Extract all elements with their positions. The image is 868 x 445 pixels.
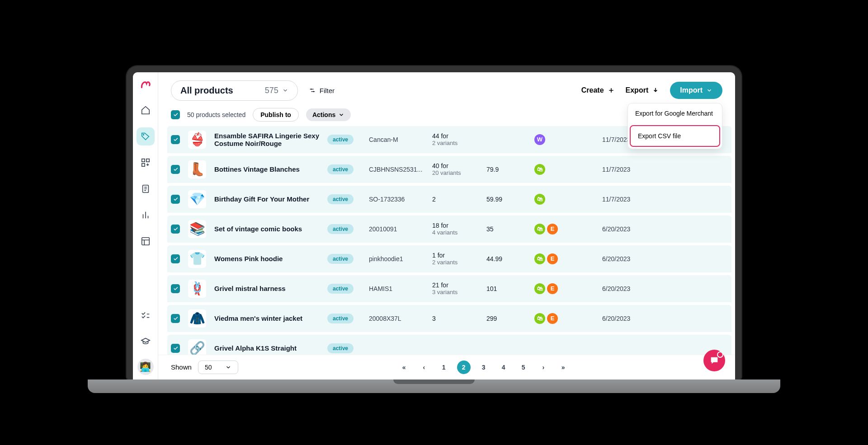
row-checkbox[interactable] [171,195,180,204]
export-button[interactable]: Export [626,86,660,94]
select-all-checkbox[interactable] [171,110,180,119]
product-name: Bottines Vintage Blanches [214,165,323,173]
publish-to-button[interactable]: Publish to [253,108,299,122]
filter-icon [309,87,316,94]
product-sku: CJBHNSNS2531... [369,166,428,173]
export-google-merchant[interactable]: Export for Google Merchant [628,103,722,123]
products-dropdown[interactable]: All products 575 [171,80,298,101]
chevron-down-icon [225,364,231,370]
export-menu: Export for Google Merchant Export CSV fi… [627,103,722,149]
row-checkbox[interactable] [171,314,180,323]
channel-badge: E [547,224,558,234]
product-channels: 🛍E [534,224,598,234]
product-price: 101 [486,285,530,292]
product-date: 6/20/2023 [602,285,647,292]
prev-page-button[interactable]: ‹ [417,361,431,374]
channel-badge: 🛍 [534,313,545,324]
table-row[interactable]: 🪢 Grivel mistral harness active HAMIS1 2… [167,275,731,305]
channel-badge: 🛍 [534,224,545,234]
download-icon [652,87,659,94]
product-quantity: 3 [432,315,482,322]
svg-rect-2 [146,159,149,161]
row-checkbox[interactable] [171,284,180,293]
page-button[interactable]: 1 [437,361,451,374]
sidebar-item-education[interactable] [137,333,155,351]
actions-button[interactable]: Actions [306,108,351,121]
table-row[interactable]: 📚 Set of vintage comic books active 2001… [167,215,731,245]
user-avatar[interactable]: 👩‍💻 [137,359,154,375]
product-thumbnail: 👕 [188,250,206,268]
check-icon [173,166,179,172]
product-sku: 20008X37L [369,315,428,322]
row-checkbox[interactable] [171,344,180,353]
table-row[interactable]: 🔗 Grivel Alpha K1S Straight active [167,335,731,355]
sidebar-item-apps[interactable] [137,154,155,172]
check-icon [173,196,179,202]
last-page-button[interactable]: » [557,361,570,374]
filter-button[interactable]: Filter [309,87,335,94]
sidebar-item-docs[interactable] [137,180,155,198]
sidebar-item-products[interactable] [137,127,155,145]
table-row[interactable]: 👕 Womens Pink hoodie active pinkhoodie1 … [167,245,731,275]
product-name: Grivel mistral harness [214,285,323,292]
product-channels: 🛍E [534,283,598,294]
page-button[interactable]: 3 [477,361,491,374]
chevron-down-icon [706,87,712,94]
sidebar-item-tasks[interactable] [137,306,155,324]
row-checkbox[interactable] [171,225,180,234]
page-button[interactable]: 5 [517,361,530,374]
page-button[interactable]: 4 [497,361,510,374]
sidebar-item-layout[interactable] [137,232,155,250]
row-checkbox[interactable] [171,135,180,144]
check-icon [173,226,179,232]
export-csv-file[interactable]: Export CSV file [630,125,720,147]
channel-badge: E [547,253,558,264]
import-button[interactable]: Import [670,82,722,99]
product-quantity: 2 [432,196,482,203]
plus-icon [608,87,615,94]
status-badge: active [327,224,354,234]
product-sku: 20010091 [369,225,428,233]
sidebar-item-analytics[interactable] [137,206,155,224]
product-name: Set of vintage comic books [214,225,323,233]
check-icon [173,315,179,321]
product-sku: Cancan-M [369,136,428,143]
table-row[interactable]: 💎 Birthday Gift For Your Mother active S… [167,186,731,215]
pagination: «‹12345›» [245,361,722,374]
row-checkbox[interactable] [171,165,180,174]
status-badge: active [327,254,354,264]
product-channels: 🛍E [534,253,598,264]
channel-badge: E [547,313,558,324]
svg-rect-1 [142,159,144,161]
product-thumbnail: 🪢 [188,280,206,298]
chevron-down-icon [338,112,344,118]
status-badge: active [327,343,354,353]
channel-badge: 🛍 [534,194,545,205]
status-badge: active [327,135,354,145]
product-name: Birthday Gift For Your Mother [214,195,323,203]
table-row[interactable]: 🧥 Viedma men's winter jacket active 2000… [167,305,731,335]
create-button[interactable]: Create [581,86,615,94]
chat-icon [709,356,719,365]
chat-button[interactable] [703,350,725,371]
product-price: 35 [486,225,530,233]
product-thumbnail: 💎 [188,190,206,208]
first-page-button[interactable]: « [397,361,411,374]
product-date: 6/20/2023 [602,315,647,322]
next-page-button[interactable]: › [537,361,550,374]
product-sku: pinkhoodie1 [369,255,428,262]
row-checkbox[interactable] [171,254,180,263]
product-thumbnail: 📚 [188,220,206,238]
sidebar-item-home[interactable] [137,101,155,119]
status-badge: active [327,314,354,323]
product-thumbnail: 🔗 [188,339,206,355]
channel-badge: 🛍 [534,253,545,264]
app-logo [140,79,151,93]
table-row[interactable]: 👢 Bottines Vintage Blanches active CJBHN… [167,156,731,186]
product-price: 299 [486,315,530,322]
product-channels: W [534,134,598,145]
page-size-select[interactable]: 50 [198,361,239,374]
check-icon [173,256,179,262]
page-button[interactable]: 2 [457,361,471,374]
product-name: Ensamble SAFIRA Lingerie Sexy Costume No… [214,132,323,147]
